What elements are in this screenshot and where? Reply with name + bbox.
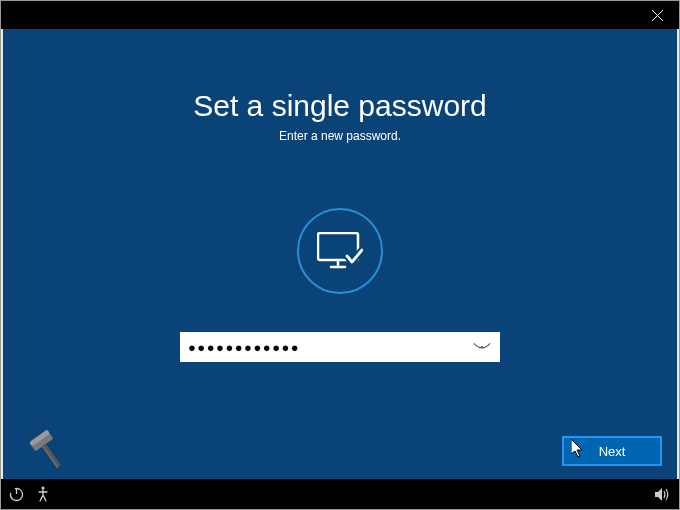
close-button[interactable]: [635, 1, 679, 29]
monitor-check-icon: [297, 208, 383, 294]
password-input[interactable]: [188, 332, 472, 362]
main-content-area: Set a single password Enter a new passwo…: [3, 29, 677, 479]
svg-point-5: [481, 346, 483, 348]
volume-icon: [654, 487, 671, 502]
close-icon: [652, 10, 663, 21]
power-icon: [9, 487, 24, 502]
accessibility-button[interactable]: [36, 486, 50, 503]
cursor-pointer: [571, 439, 585, 459]
taskbar: [1, 479, 679, 509]
eye-icon: [473, 341, 491, 353]
titlebar: [1, 1, 679, 29]
hammer-watermark-icon: [23, 419, 78, 474]
accessibility-icon: [36, 486, 50, 503]
svg-rect-9: [42, 446, 59, 468]
password-field-container: [180, 332, 500, 362]
power-button[interactable]: [9, 487, 24, 502]
svg-point-12: [41, 486, 44, 489]
reveal-password-button[interactable]: [472, 337, 492, 357]
next-button-label: Next: [599, 444, 626, 459]
page-title: Set a single password: [3, 89, 677, 123]
page-subtitle: Enter a new password.: [3, 129, 677, 143]
svg-rect-2: [318, 233, 358, 260]
volume-button[interactable]: [654, 487, 671, 502]
